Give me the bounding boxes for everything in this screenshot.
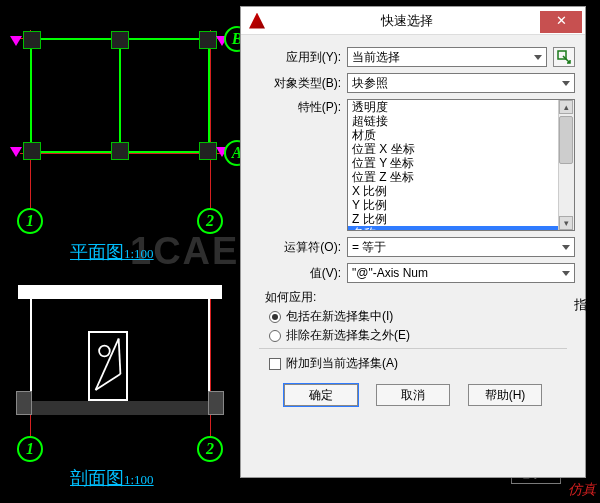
app-icon bbox=[249, 13, 265, 29]
value-label: 值(V): bbox=[251, 265, 347, 282]
property-item[interactable]: 超链接 bbox=[348, 114, 574, 128]
help-button[interactable]: 帮助(H) bbox=[468, 384, 542, 406]
object-type-combo[interactable]: 块参照 bbox=[347, 73, 575, 93]
section-title: 剖面图1:100 bbox=[70, 466, 154, 490]
value-combo[interactable]: "@"-Axis Num bbox=[347, 263, 575, 283]
scroll-up-icon[interactable]: ▴ bbox=[559, 100, 573, 114]
properties-label: 特性(P): bbox=[251, 99, 347, 116]
property-item[interactable]: 位置 X 坐标 bbox=[348, 142, 574, 156]
titlebar[interactable]: 快速选择 ✕ bbox=[241, 7, 585, 35]
dialog-title: 快速选择 bbox=[273, 12, 540, 30]
section-scale: 1:100 bbox=[124, 472, 154, 487]
plan-view bbox=[30, 38, 210, 153]
apply-to-label: 应用到(Y): bbox=[251, 49, 347, 66]
axis-bubble-2s: 2 bbox=[197, 436, 223, 462]
object-type-label: 对象类型(B): bbox=[251, 75, 347, 92]
apply-to-combo[interactable]: 当前选择 bbox=[347, 47, 547, 67]
quick-select-dialog: 快速选择 ✕ 应用到(Y): 当前选择 对象类型(B): 块参照 特性(P): … bbox=[240, 6, 586, 478]
property-item[interactable]: 透明度 bbox=[348, 100, 574, 114]
value-value: "@"-Axis Num bbox=[352, 266, 428, 280]
close-button[interactable]: ✕ bbox=[540, 11, 582, 33]
scroll-thumb[interactable] bbox=[559, 116, 573, 164]
include-radio-row[interactable]: 包括在新选择集中(I) bbox=[269, 308, 575, 325]
operator-label: 运算符(O): bbox=[251, 239, 347, 256]
plan-title: 平面图1:100 bbox=[70, 240, 154, 264]
property-item[interactable]: 位置 Y 坐标 bbox=[348, 156, 574, 170]
footer-sim: 仿真 bbox=[568, 481, 596, 499]
properties-listbox[interactable]: 透明度超链接材质位置 X 坐标位置 Y 坐标位置 Z 坐标X 比例Y 比例Z 比… bbox=[347, 99, 575, 231]
door-icon bbox=[88, 331, 128, 401]
property-item[interactable]: 位置 Z 坐标 bbox=[348, 170, 574, 184]
append-check[interactable] bbox=[269, 358, 281, 370]
operator-value: = 等于 bbox=[352, 239, 386, 256]
property-item[interactable]: 材质 bbox=[348, 128, 574, 142]
scroll-down-icon[interactable]: ▾ bbox=[559, 216, 573, 230]
pick-objects-button[interactable] bbox=[553, 47, 575, 67]
section-title-text: 剖面图 bbox=[70, 468, 124, 488]
exclude-radio-label: 排除在新选择集之外(E) bbox=[286, 327, 410, 344]
plan-title-text: 平面图 bbox=[70, 242, 124, 262]
exclude-radio-row[interactable]: 排除在新选择集之外(E) bbox=[269, 327, 575, 344]
property-item[interactable]: X 比例 bbox=[348, 184, 574, 198]
apply-to-value: 当前选择 bbox=[352, 49, 400, 66]
axis-bubble-1s: 1 bbox=[17, 436, 43, 462]
listbox-scrollbar[interactable]: ▴ ▾ bbox=[558, 100, 574, 230]
property-item[interactable]: Z 比例 bbox=[348, 212, 574, 226]
include-radio-label: 包括在新选择集中(I) bbox=[286, 308, 393, 325]
include-radio[interactable] bbox=[269, 311, 281, 323]
cancel-button[interactable]: 取消 bbox=[376, 384, 450, 406]
append-check-row[interactable]: 附加到当前选择集(A) bbox=[269, 355, 575, 372]
axis-line-2 bbox=[210, 30, 211, 215]
axis-line-2s bbox=[210, 290, 211, 444]
plan-scale: 1:100 bbox=[124, 246, 154, 261]
axis-bubble-2: 2 bbox=[197, 208, 223, 234]
svg-point-3 bbox=[99, 346, 110, 357]
side-annotation: 指正 bbox=[574, 296, 600, 314]
property-item[interactable]: Y 比例 bbox=[348, 198, 574, 212]
axis-bubble-1: 1 bbox=[17, 208, 43, 234]
operator-combo[interactable]: = 等于 bbox=[347, 237, 575, 257]
section-view bbox=[30, 295, 210, 415]
append-check-label: 附加到当前选择集(A) bbox=[286, 355, 398, 372]
svg-line-2 bbox=[119, 339, 121, 375]
object-type-value: 块参照 bbox=[352, 75, 388, 92]
property-item[interactable]: 名称 bbox=[348, 226, 574, 231]
ok-button[interactable]: 确定 bbox=[284, 384, 358, 406]
exclude-radio[interactable] bbox=[269, 330, 281, 342]
how-apply-label: 如何应用: bbox=[265, 289, 575, 306]
